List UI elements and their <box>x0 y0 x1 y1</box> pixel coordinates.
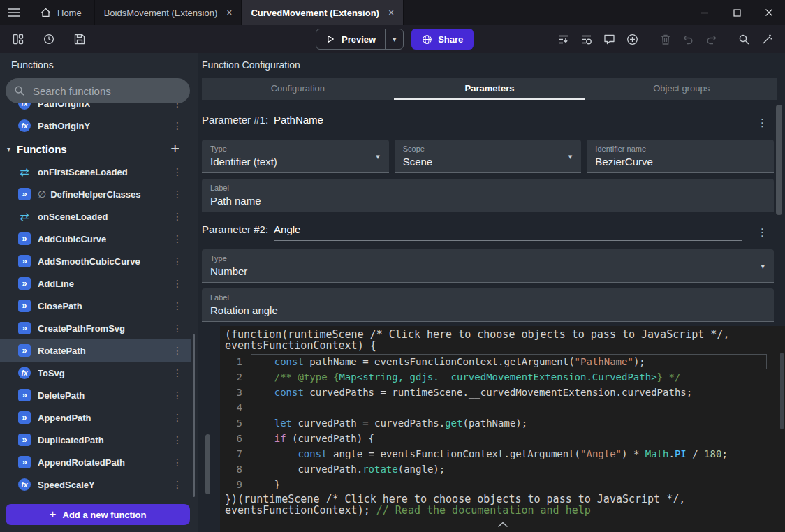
share-button[interactable]: Share <box>411 29 474 50</box>
parameter-2-menu-icon[interactable]: ⋮ <box>755 226 770 239</box>
item-menu-icon[interactable]: ⋮ <box>170 278 185 289</box>
function-item-createpathfromsvg[interactable]: »CreatePathFromSvg⋮ <box>0 317 191 339</box>
list-download-icon[interactable] <box>554 30 573 49</box>
function-item-addsmoothcubiccurve[interactable]: »AddSmoothCubicCurve⋮ <box>0 250 191 272</box>
code-line[interactable]: 9 } <box>220 477 785 492</box>
code-line[interactable]: 3 const curvedPaths = runtimeScene.__cur… <box>220 385 785 400</box>
function-item-duplicatedpath[interactable]: »DuplicatedPath⋮ <box>0 429 191 451</box>
item-menu-icon[interactable]: ⋮ <box>170 479 185 490</box>
chevron-up-icon[interactable] <box>497 522 508 528</box>
code-prologue[interactable]: (function(runtimeScene /* Click here to … <box>220 329 785 351</box>
code-line[interactable]: 6 if (curvedPath) { <box>220 431 785 446</box>
close-tab-icon[interactable]: × <box>226 8 232 17</box>
item-menu-icon[interactable]: ⋮ <box>170 166 185 177</box>
item-menu-icon[interactable]: ⋮ <box>170 189 185 200</box>
tab-boidsmovement[interactable]: BoidsMovement (Extension) × <box>95 0 242 25</box>
function-section-header[interactable]: ▾Functions+ <box>0 137 191 161</box>
function-item-pathoriginx[interactable]: fxPathOriginX⋮ <box>0 103 191 114</box>
code-line-content[interactable]: const angle = eventsFunctionContext.getA… <box>251 446 785 461</box>
function-item-closepath[interactable]: »ClosePath⋮ <box>0 295 191 317</box>
panel-scrollbar[interactable] <box>205 434 210 494</box>
parameter-1-identifier-input[interactable]: Identifier name BezierCurve <box>587 140 774 173</box>
code-line[interactable]: 1 const pathName = eventsFunctionContext… <box>220 354 785 369</box>
item-menu-icon[interactable]: ⋮ <box>170 120 185 131</box>
add-function-button[interactable]: + Add a new function <box>6 504 190 525</box>
plus-circle-icon[interactable] <box>623 30 642 49</box>
search-icon[interactable] <box>735 30 754 49</box>
list-circle-icon[interactable] <box>577 30 596 49</box>
redo-icon[interactable] <box>702 30 721 49</box>
code-wrapper-line[interactable]: eventsFunctionContext) { <box>225 340 785 351</box>
code-line-content[interactable]: curvedPath.rotate(angle); <box>251 461 785 477</box>
function-item-pathoriginy[interactable]: fxPathOriginY⋮ <box>0 114 191 137</box>
item-menu-icon[interactable]: ⋮ <box>170 300 185 311</box>
parameter-2-type-select[interactable]: Type Number ▾ <box>202 249 774 283</box>
parameter-1-scope-select[interactable]: Scope Scene ▾ <box>395 140 582 173</box>
function-item-appendpath[interactable]: »AppendPath⋮ <box>0 406 191 429</box>
chat-bubble-icon[interactable] <box>600 30 619 49</box>
code-line-content[interactable]: if (curvedPath) { <box>251 431 785 446</box>
item-menu-icon[interactable]: ⋮ <box>170 367 185 378</box>
save-icon[interactable] <box>70 30 89 49</box>
item-menu-icon[interactable]: ⋮ <box>170 390 185 401</box>
item-menu-icon[interactable]: ⋮ <box>170 211 185 222</box>
code-wrapper-line[interactable]: eventsFunctionContext); // Read the docu… <box>225 505 785 516</box>
maximize-button[interactable] <box>721 0 753 25</box>
code-line-content[interactable]: } <box>251 477 785 492</box>
minimize-button[interactable] <box>689 0 721 25</box>
code-line-content[interactable]: const curvedPaths = runtimeScene.__curve… <box>251 385 785 400</box>
item-menu-icon[interactable]: ⋮ <box>170 323 185 334</box>
function-item-onsceneloaded[interactable]: ⇄onSceneLoaded⋮ <box>0 205 191 228</box>
item-menu-icon[interactable]: ⋮ <box>170 256 185 267</box>
parameter-1-label-input[interactable]: Label Path name <box>202 179 774 212</box>
function-item-addline[interactable]: »AddLine⋮ <box>0 272 191 295</box>
code-line-content[interactable] <box>251 400 785 415</box>
preview-button[interactable]: Preview ▾ <box>316 29 404 50</box>
code-line[interactable]: 4 <box>220 400 785 415</box>
sidebar-scrollbar[interactable] <box>193 334 195 497</box>
item-menu-icon[interactable]: ⋮ <box>170 457 185 468</box>
function-item-addcubiccurve[interactable]: »AddCubicCurve⋮ <box>0 228 191 250</box>
function-item-deletepath[interactable]: »DeletePath⋮ <box>0 384 191 406</box>
add-function-plus-icon[interactable]: + <box>166 141 184 156</box>
item-menu-icon[interactable]: ⋮ <box>170 345 185 356</box>
code-line[interactable]: 7 const angle = eventsFunctionContext.ge… <box>220 446 785 461</box>
tab-parameters[interactable]: Parameters <box>394 78 586 100</box>
undo-icon[interactable] <box>679 30 698 49</box>
item-menu-icon[interactable]: ⋮ <box>170 233 185 244</box>
tab-configuration[interactable]: Configuration <box>202 78 394 100</box>
parameter-1-name-input[interactable]: PathName <box>274 114 742 131</box>
function-item-appendrotatedpath[interactable]: »AppendRotatedPath⋮ <box>0 451 191 473</box>
code-line-content[interactable]: const pathName = eventsFunctionContext.g… <box>251 354 767 369</box>
tab-object-groups[interactable]: Object groups <box>585 78 777 100</box>
parameter-1-menu-icon[interactable]: ⋮ <box>755 117 770 129</box>
tab-home[interactable]: Home <box>28 0 95 25</box>
item-menu-icon[interactable]: ⋮ <box>170 412 185 423</box>
parameter-1-type-select[interactable]: Type Identifier (text) ▾ <box>202 140 389 173</box>
function-item-definehelperclasses[interactable]: »∅DefineHelperClasses⋮ <box>0 183 191 205</box>
documentation-link[interactable]: Read the documentation and help <box>395 504 591 517</box>
code-wrapper-line[interactable]: })(runtimeScene /* Click here to choose … <box>225 494 785 505</box>
tab-curvedmovement[interactable]: CurvedMovement (Extension) × <box>242 0 404 25</box>
code-line[interactable]: 5 let curvedPath = curvedPaths.get(pathN… <box>220 415 785 431</box>
code-line-content[interactable]: /** @type {Map<string, gdjs.__curvedMove… <box>251 369 785 385</box>
code-line[interactable]: 8 curvedPath.rotate(angle); <box>220 461 785 477</box>
code-epilogue[interactable]: })(runtimeScene /* Click here to choose … <box>220 494 785 516</box>
code-line-content[interactable]: let curvedPath = curvedPaths.get(pathNam… <box>251 415 785 431</box>
search-functions-box[interactable] <box>6 78 190 103</box>
function-item-rotatepath[interactable]: »RotatePath⋮ <box>0 339 191 362</box>
item-menu-icon[interactable]: ⋮ <box>170 434 185 445</box>
code-editor[interactable]: (function(runtimeScene /* Click here to … <box>220 326 785 532</box>
close-window-button[interactable] <box>753 0 785 25</box>
item-menu-icon[interactable]: ⋮ <box>170 103 185 109</box>
parameter-2-label-input[interactable]: Label Rotation angle <box>202 288 774 322</box>
search-functions-input[interactable] <box>31 84 182 98</box>
close-tab-icon[interactable]: × <box>388 8 394 17</box>
function-item-onfirstsceneloaded[interactable]: ⇄onFirstSceneLoaded⋮ <box>0 161 191 183</box>
magic-wand-icon[interactable] <box>758 30 777 49</box>
code-wrapper-line[interactable]: (function(runtimeScene /* Click here to … <box>225 329 785 340</box>
function-item-speedscaley[interactable]: fxSpeedScaleY⋮ <box>0 473 191 496</box>
function-item-tosvg[interactable]: fxToSvg⋮ <box>0 362 191 384</box>
code-scrollbar[interactable] <box>780 353 784 429</box>
history-icon[interactable] <box>39 30 58 49</box>
